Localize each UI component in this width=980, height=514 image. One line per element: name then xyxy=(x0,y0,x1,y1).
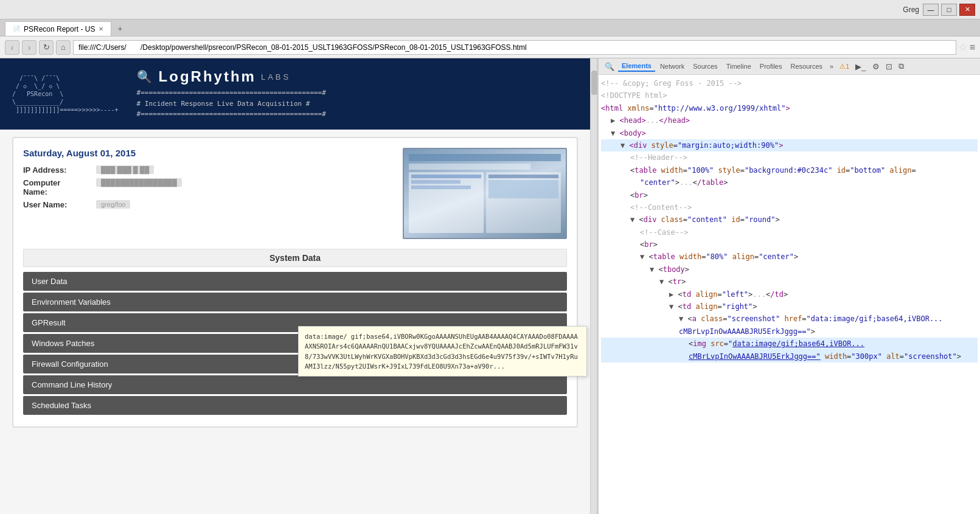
dom-line-comment-header: <!--Header--> xyxy=(601,151,978,164)
computer-value: ████████████████ xyxy=(96,178,182,187)
nav-item-user-data[interactable]: User Data xyxy=(23,272,567,291)
new-tab-button[interactable]: + xyxy=(111,21,128,36)
browser-tab-active[interactable]: 📄 PSRecon Report - US ✕ xyxy=(5,21,111,36)
username-label: User Name: xyxy=(23,200,96,209)
dom-line-table-header[interactable]: <table width="100%" style="background:#0… xyxy=(601,164,978,176)
dom-line-table-80[interactable]: ▼ <table width="80%" align="center"> xyxy=(601,251,978,263)
dom-line-td-left[interactable]: ▶ <td align="left">...</td> xyxy=(601,288,978,300)
ip-value: ███ ███ █ ██ xyxy=(96,165,154,174)
tab-label: PSRecon Report - US xyxy=(24,25,95,33)
dock-icon[interactable]: ⊡ xyxy=(883,61,895,72)
sources-tab[interactable]: Sources xyxy=(689,61,721,71)
labs-label: LABS xyxy=(261,72,291,82)
reload-button[interactable]: ↻ xyxy=(39,40,54,55)
tab-close-icon[interactable]: ✕ xyxy=(99,26,103,32)
screenshot-thumbnail[interactable] xyxy=(403,148,567,239)
dom-line-br2: <br> xyxy=(601,238,978,251)
back-button[interactable]: ‹ xyxy=(5,40,19,55)
devtools-toolbar: 🔍 Elements Network Sources Timeline Prof… xyxy=(599,58,980,75)
dom-line-copyright: <!-- &copy; Greg Foss - 2015 --> xyxy=(601,77,978,89)
ip-label: IP Address: xyxy=(23,165,96,175)
address-bar[interactable] xyxy=(73,40,956,55)
logrhythm-branding: 🔍 LogRhythm LABS #======================… xyxy=(119,68,578,120)
data-tooltip: data:image/ gif;base64,iVBORw0KGgoAAAANS… xyxy=(298,326,587,377)
dom-line-td-right[interactable]: ▼ <td align="right"> xyxy=(601,300,978,313)
dom-line-head[interactable]: ▶ <head>...</head> xyxy=(601,114,978,127)
system-data-header: System Data xyxy=(23,249,567,267)
report-date: Saturday, August 01, 2015 xyxy=(23,148,182,158)
dom-line-table-header2: "center">...</table> xyxy=(601,176,978,189)
timeline-tab[interactable]: Timeline xyxy=(723,61,755,71)
minimize-button[interactable]: — xyxy=(923,4,939,16)
maximize-button[interactable]: □ xyxy=(941,4,957,16)
dom-line-comment-content: <!--Content--> xyxy=(601,201,978,214)
nav-item-scheduled-tasks[interactable]: Scheduled Tasks xyxy=(23,396,567,415)
dom-tree: <!-- &copy; Greg Foss - 2015 --> <!DOCTY… xyxy=(599,75,980,514)
window-user-label: Greg xyxy=(903,5,919,14)
profiles-tab[interactable]: Profiles xyxy=(756,61,786,71)
dom-line-div-margin[interactable]: ▼ <div style="margin:auto;width:90%"> xyxy=(601,139,978,151)
username-value: greg/foo xyxy=(96,200,130,209)
dom-line-a-screenshot2: cMBrLvpInOwAAAABJRU5ErkJggg=="> xyxy=(601,325,978,338)
devtools-search-icon[interactable]: 🔍 xyxy=(602,61,617,72)
dom-line-br1: <br> xyxy=(601,189,978,201)
dom-line-a-screenshot[interactable]: ▼ <a class="screenshot" href="data:image… xyxy=(601,313,978,325)
warning-badge: ⚠1 xyxy=(837,63,852,71)
computer-label: Computer Name: xyxy=(23,178,96,196)
ascii-art: /ˉˉˉ\ /ˉˉˉ\ / ◇ \_/ ◇ \ / PSRecon \ \___… xyxy=(12,74,119,114)
devtools-panel: 🔍 Elements Network Sources Timeline Prof… xyxy=(597,58,980,514)
nav-item-env-vars[interactable]: Environment Variables xyxy=(23,293,567,311)
webpage-panel: /ˉˉˉ\ /ˉˉˉ\ / ◇ \_/ ◇ \ / PSRecon \ \___… xyxy=(0,58,590,514)
report-content: Saturday, August 01, 2015 IP Address: ██… xyxy=(12,137,578,428)
dom-line-tr[interactable]: ▼ <tr> xyxy=(601,276,978,288)
dom-line-div-content[interactable]: ▼ <div class="content" id="round"> xyxy=(601,214,978,226)
resources-tab[interactable]: Resources xyxy=(787,61,826,71)
close-button[interactable]: ✕ xyxy=(959,4,975,16)
psrecon-header: /ˉˉˉ\ /ˉˉˉ\ / ◇ \_/ ◇ \ / PSRecon \ \___… xyxy=(0,58,590,130)
forward-button[interactable]: › xyxy=(22,40,36,55)
search-icon: 🔍 xyxy=(137,69,154,84)
more-tabs-icon[interactable]: » xyxy=(827,61,836,71)
nav-item-cmdline[interactable]: Command Line History xyxy=(23,375,567,394)
bookmark-icon[interactable]: ☆ xyxy=(959,41,967,53)
menu-icon[interactable]: ≡ xyxy=(970,42,975,53)
dom-line-html: <html xmlns="http://www.w3.org/1999/xhtm… xyxy=(601,102,978,114)
dom-line-img2: cMBrLvpInOwAAAABJRU5ErkJggg==" width="30… xyxy=(601,350,978,363)
dom-line-doctype: <!DOCTYPE html> xyxy=(601,89,978,102)
logrhythm-logo: 🔍 LogRhythm LABS xyxy=(137,68,578,85)
system-info-left: Saturday, August 01, 2015 IP Address: ██… xyxy=(23,148,182,213)
dom-line-tbody[interactable]: ▼ <tbody> xyxy=(601,263,978,276)
network-tab[interactable]: Network xyxy=(656,61,688,71)
incident-text: #=======================================… xyxy=(137,88,578,120)
home-button[interactable]: ⌂ xyxy=(56,40,71,55)
settings-icon[interactable]: ⚙ xyxy=(870,61,882,72)
tab-favicon: 📄 xyxy=(13,26,20,32)
dom-line-img[interactable]: <img src="data:image/gif;base64,iVBOR... xyxy=(601,338,978,350)
undock-icon[interactable]: ⧉ xyxy=(896,60,906,72)
terminal-icon[interactable]: ▶_ xyxy=(853,61,868,72)
dom-line-comment-case: <!--Case--> xyxy=(601,226,978,238)
dom-line-body[interactable]: ▼ <body> xyxy=(601,127,978,139)
elements-tab[interactable]: Elements xyxy=(618,61,655,72)
